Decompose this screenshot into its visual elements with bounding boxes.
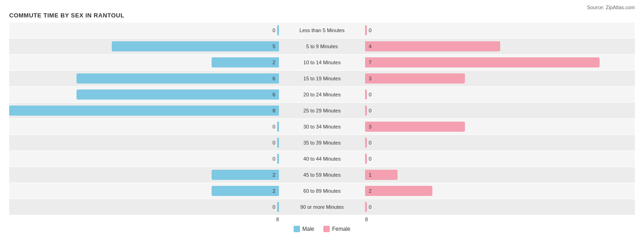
row-label: 20 to 24 Minutes	[281, 92, 363, 97]
female-bar	[365, 202, 367, 212]
chart-row: 6 20 to 24 Minutes 0	[9, 87, 635, 102]
right-section: 2	[363, 183, 635, 199]
female-bar: 2	[365, 186, 432, 196]
male-bar: 6	[76, 89, 279, 100]
row-label: 35 to 39 Minutes	[281, 140, 363, 145]
left-section: 0	[9, 119, 281, 134]
row-label: 90 or more Minutes	[281, 204, 363, 210]
male-bar: 6	[76, 73, 279, 84]
right-section: 0	[363, 87, 635, 102]
row-label: 45 to 59 Minutes	[281, 172, 363, 178]
chart-row: 0 90 or more Minutes 0	[9, 199, 635, 215]
left-section: 6	[9, 71, 281, 86]
legend-female-box	[323, 226, 330, 232]
row-label: 30 to 34 Minutes	[281, 124, 363, 129]
legend-male-label: Male	[302, 226, 314, 232]
male-bar	[277, 138, 279, 148]
right-section: 0	[363, 22, 635, 38]
female-bar	[365, 89, 367, 100]
legend-male: Male	[294, 226, 314, 232]
male-bar: 5	[112, 41, 279, 51]
male-bar: 2	[212, 170, 279, 180]
female-value-outer: 0	[369, 92, 371, 97]
male-value-outer: 0	[273, 204, 275, 210]
female-bar: 3	[365, 73, 465, 84]
left-section: 0	[9, 22, 281, 38]
female-value: 7	[369, 60, 371, 65]
female-bar: 4	[365, 41, 500, 51]
female-bar: 3	[365, 122, 465, 132]
legend-female-label: Female	[332, 226, 350, 232]
legend-female: Female	[323, 226, 350, 232]
left-section: 8	[9, 103, 281, 118]
right-section: 7	[363, 55, 635, 70]
left-section: 6	[9, 87, 281, 102]
male-bar	[277, 122, 279, 132]
male-value: 2	[273, 188, 275, 194]
left-section: 2	[9, 183, 281, 199]
male-bar: 2	[212, 57, 279, 67]
female-value: 4	[369, 44, 371, 49]
female-value: 3	[369, 124, 371, 129]
male-value: 5	[273, 44, 275, 49]
male-value-outer: 0	[273, 140, 275, 145]
chart-row: 0 40 to 44 Minutes 0	[9, 151, 635, 167]
axis-left-value: 8	[9, 217, 281, 222]
legend: Male Female	[9, 226, 635, 232]
left-section: 2	[9, 55, 281, 70]
left-section: 5	[9, 39, 281, 54]
row-label: 5 to 9 Minutes	[281, 44, 363, 49]
chart-row: 2 45 to 59 Minutes 1	[9, 167, 635, 183]
right-section: 0	[363, 151, 635, 167]
female-bar: 1	[365, 170, 398, 180]
row-label: 60 to 89 Minutes	[281, 188, 363, 194]
female-bar	[365, 25, 367, 35]
male-bar: 8	[9, 106, 279, 116]
male-bar: 2	[212, 186, 279, 196]
male-value: 2	[273, 172, 275, 178]
female-bar	[365, 106, 367, 116]
chart-row: 2 10 to 14 Minutes 7	[9, 55, 635, 70]
chart-title: COMMUTE TIME BY SEX IN RANTOUL	[9, 12, 635, 19]
female-bar: 7	[365, 57, 600, 67]
female-value: 3	[369, 76, 371, 81]
row-label: 40 to 44 Minutes	[281, 156, 363, 162]
male-bar	[277, 154, 279, 164]
right-section: 0	[363, 135, 635, 151]
female-value: 1	[369, 172, 371, 178]
male-value-outer: 0	[273, 156, 275, 162]
female-bar	[365, 138, 367, 148]
male-value: 6	[273, 76, 275, 81]
row-label: 15 to 19 Minutes	[281, 76, 363, 81]
right-section: 0	[363, 199, 635, 215]
chart-row: 0 35 to 39 Minutes 0	[9, 135, 635, 151]
chart-row: 2 60 to 89 Minutes 2	[9, 183, 635, 199]
chart-row: 5 5 to 9 Minutes 4	[9, 39, 635, 54]
female-bar	[365, 154, 367, 164]
left-section: 0	[9, 135, 281, 151]
chart-row: 8 25 to 29 Minutes 0	[9, 103, 635, 118]
male-value-outer: 0	[273, 28, 275, 33]
left-section: 0	[9, 199, 281, 215]
row-label: Less than 5 Minutes	[281, 28, 363, 33]
male-bar	[277, 202, 279, 212]
female-value-outer: 0	[369, 28, 371, 33]
male-value: 8	[273, 108, 275, 113]
right-section: 3	[363, 71, 635, 86]
male-value-outer: 0	[273, 124, 275, 129]
source-text: Source: ZipAtlas.com	[9, 5, 635, 10]
female-value-outer: 0	[369, 140, 371, 145]
female-value: 2	[369, 188, 371, 194]
right-section: 1	[363, 167, 635, 183]
female-value-outer: 0	[369, 204, 371, 210]
left-section: 0	[9, 151, 281, 167]
female-value-outer: 0	[369, 108, 371, 113]
male-bar	[277, 25, 279, 35]
chart-row: 6 15 to 19 Minutes 3	[9, 71, 635, 86]
chart-row: 0 30 to 34 Minutes 3	[9, 119, 635, 134]
right-section: 4	[363, 39, 635, 54]
chart-row: 0 Less than 5 Minutes 0	[9, 22, 635, 38]
chart-container: 0 Less than 5 Minutes 0 5 5 to 9 Minutes…	[9, 22, 635, 215]
left-section: 2	[9, 167, 281, 183]
female-value-outer: 0	[369, 156, 371, 162]
